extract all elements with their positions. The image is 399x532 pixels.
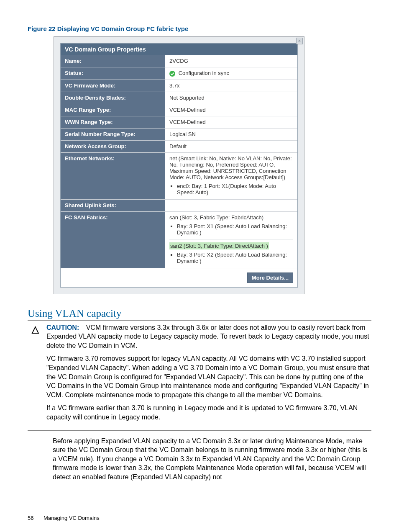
footer-section-title: Managing VC Domains [43,515,100,521]
dialog-title: VC Domain Group Properties [61,44,297,55]
caution-icon: △ [32,324,39,335]
caution-block: △ CAUTION: VCM firmware versions 3.3x th… [28,323,371,431]
prop-value-name: 2VCDG [165,55,297,67]
divider [169,239,293,239]
table-row: Network Access Group: Default [61,140,297,152]
prop-value-nag: Default [165,140,297,152]
close-icon[interactable]: × [296,38,303,44]
figure-caption: Figure 22 Displaying VC Domain Group FC … [28,25,371,32]
prop-label-sn: Serial Number Range Type: [61,128,165,140]
prop-value-fw: 3.7x [165,80,297,92]
list-item: enc0: Bay: 1 Port: X1(Duplex Mode: Auto … [177,183,293,195]
prop-label-dd: Double-Density Blades: [61,92,165,104]
dialog-panel: × VC Domain Group Properties Name: 2VCDG… [54,36,304,294]
caution-text-2: VC firmware 3.70 removes support for leg… [46,354,371,399]
prop-label-fc: FC SAN Fabrics: [61,211,165,268]
properties-table: Name: 2VCDG Status: Configuration in syn… [61,55,297,268]
table-row: Serial Number Range Type: Logical SN [61,128,297,140]
prop-label-fw: VC Firmware Mode: [61,80,165,92]
prop-label-eth: Ethernet Networks: [61,152,165,199]
page-footer: 56 Managing VC Domains [28,515,100,521]
eth-summary: net (Smart Link: No, Native: No VLAN: No… [169,155,293,180]
table-row: Double-Density Blades: Not Supported [61,92,297,104]
prop-label-wwn: WWN Range Type: [61,116,165,128]
eth-item-list: enc0: Bay: 1 Port: X1(Duplex Mode: Auto … [177,183,293,195]
table-row: WWN Range Type: VCEM-Defined [61,116,297,128]
table-row: Status: Configuration in sync [61,67,297,80]
table-row: MAC Range Type: VCEM-Defined [61,104,297,116]
fc-san-summary: san (Slot: 3, Fabric Type: FabricAttach) [169,214,293,221]
prop-value-mac: VCEM-Defined [165,104,297,116]
status-text: Configuration in sync [179,70,229,76]
prop-value-sus [165,199,297,211]
caution-body: CAUTION: VCM firmware versions 3.3x thro… [46,323,371,426]
fc-san2-list: Bay: 3 Port: X2 (Speed: Auto Load Balanc… [177,252,293,264]
check-circle-icon [169,71,175,77]
list-item: Bay: 3 Port: X2 (Speed: Auto Load Balanc… [177,252,293,264]
prop-value-sn: Logical SN [165,128,297,140]
highlight: san2 (Slot: 3, Fabric Type: DirectAttach… [169,242,269,249]
more-details-button[interactable]: More Details... [247,272,293,283]
body-paragraph: Before applying Expanded VLAN capacity t… [53,437,371,482]
prop-value-eth: net (Smart Link: No, Native: No VLAN: No… [165,152,297,199]
caution-text-3: If a VC firmware earlier than 3.70 is ru… [46,403,371,421]
prop-label-name: Name: [61,55,165,67]
caution-label: CAUTION: [46,324,79,331]
caution-text-1: VCM firmware versions 3.3x through 3.6x … [46,324,369,349]
table-row: Shared Uplink Sets: [61,199,297,211]
prop-label-nag: Network Access Group: [61,140,165,152]
list-item: Bay: 3 Port: X1 (Speed: Auto Load Balanc… [177,223,293,236]
prop-value-wwn: VCEM-Defined [165,116,297,128]
table-row: VC Firmware Mode: 3.7x [61,80,297,92]
section-heading: Using VLAN capacity [28,308,371,321]
prop-value-dd: Not Supported [165,92,297,104]
prop-label-status: Status: [61,67,165,80]
button-row: More Details... [61,268,297,287]
table-row: Name: 2VCDG [61,55,297,67]
prop-value-fc: san (Slot: 3, Fabric Type: FabricAttach)… [165,211,297,268]
fc-san-list: Bay: 3 Port: X1 (Speed: Auto Load Balanc… [177,223,293,236]
table-row: Ethernet Networks: net (Smart Link: No, … [61,152,297,199]
prop-value-status: Configuration in sync [165,67,297,80]
dialog-inner: VC Domain Group Properties Name: 2VCDG S… [60,43,298,288]
page-number: 56 [28,515,33,521]
prop-label-mac: MAC Range Type: [61,104,165,116]
table-row: FC SAN Fabrics: san (Slot: 3, Fabric Typ… [61,211,297,268]
fc-san2-summary-hl: san2 (Slot: 3, Fabric Type: DirectAttach… [169,243,293,249]
prop-label-sus: Shared Uplink Sets: [61,199,165,211]
